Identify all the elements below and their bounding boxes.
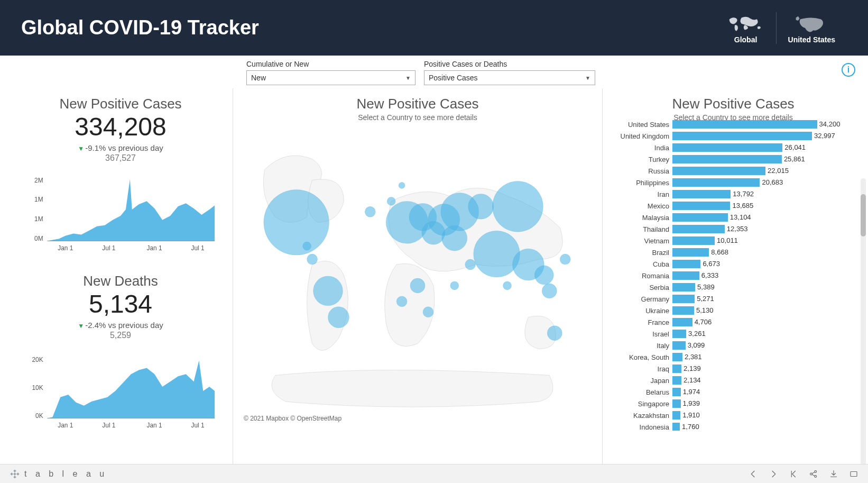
country-bar-row[interactable]: Russia22,015 bbox=[603, 165, 864, 177]
nav-first-icon[interactable] bbox=[789, 469, 798, 479]
deaths-trend-chart[interactable]: 20K 10K 0K Jan 1 Jul 1 Jan 1 Jul 1 bbox=[21, 344, 220, 434]
bar-track: 25,861 bbox=[672, 154, 864, 164]
country-bar-row[interactable]: United States34,200 bbox=[603, 119, 864, 130]
country-label: France bbox=[603, 318, 672, 326]
country-bar-row[interactable]: United Kingdom32,997 bbox=[603, 130, 864, 142]
bar-value: 26,041 bbox=[784, 143, 806, 151]
svg-text:Jan 1: Jan 1 bbox=[146, 422, 162, 429]
country-bar-row[interactable]: Iraq2,139 bbox=[603, 363, 864, 375]
svg-rect-58 bbox=[851, 471, 857, 476]
bar-track: 6,333 bbox=[672, 271, 864, 280]
country-label: United Kingdom bbox=[603, 132, 672, 140]
country-bar-row[interactable]: Singapore1,939 bbox=[603, 398, 864, 409]
bar-fill bbox=[672, 213, 728, 222]
download-icon[interactable] bbox=[829, 469, 838, 479]
svg-point-37 bbox=[303, 242, 311, 250]
bar-fill bbox=[672, 399, 681, 408]
region-global[interactable]: Global bbox=[716, 12, 776, 44]
bar-fill bbox=[672, 236, 715, 245]
country-bar-row[interactable]: Brazil8,668 bbox=[603, 247, 864, 258]
country-bar-row[interactable]: Malaysia13,104 bbox=[603, 212, 864, 223]
country-bar-row[interactable]: India26,041 bbox=[603, 142, 864, 153]
country-label: Israel bbox=[603, 330, 672, 338]
country-bar-row[interactable]: Kazakhstan1,910 bbox=[603, 409, 864, 421]
bars-scrollbar[interactable] bbox=[861, 178, 866, 483]
bar-value: 1,974 bbox=[683, 388, 700, 396]
country-label: Turkey bbox=[603, 156, 672, 163]
country-label: Thailand bbox=[603, 225, 672, 233]
country-bar-row[interactable]: France4,706 bbox=[603, 316, 864, 328]
country-bar-row[interactable]: Iran13,792 bbox=[603, 188, 864, 200]
bar-track: 2,134 bbox=[672, 376, 864, 385]
bar-track: 32,997 bbox=[672, 131, 864, 141]
region-switcher: Global United States bbox=[716, 12, 847, 44]
bar-value: 2,381 bbox=[685, 353, 702, 361]
cases-trend-chart[interactable]: 2M 1M 1M 0M Jan 1 Jul 1 Jan 1 Jul 1 bbox=[21, 167, 220, 257]
country-label: India bbox=[603, 144, 672, 152]
nav-back-icon[interactable] bbox=[749, 469, 758, 479]
svg-point-57 bbox=[815, 475, 817, 477]
bar-value: 12,353 bbox=[727, 225, 748, 233]
bar-fill bbox=[672, 167, 765, 175]
region-us[interactable]: United States bbox=[776, 12, 847, 44]
nav-forward-icon[interactable] bbox=[769, 469, 778, 479]
country-bar-row[interactable]: Romania6,333 bbox=[603, 270, 864, 281]
svg-text:Jan 1: Jan 1 bbox=[58, 244, 73, 252]
bar-value: 3,099 bbox=[688, 341, 705, 349]
country-bar-row[interactable]: Serbia5,389 bbox=[603, 281, 864, 293]
country-bar-row[interactable]: Italy3,099 bbox=[603, 340, 864, 351]
svg-text:Jan 1: Jan 1 bbox=[146, 244, 162, 252]
country-bar-row[interactable]: Germany5,271 bbox=[603, 293, 864, 305]
country-bar-row[interactable]: Thailand12,353 bbox=[603, 223, 864, 235]
svg-point-35 bbox=[423, 307, 433, 317]
bar-track: 13,685 bbox=[672, 201, 864, 211]
info-button[interactable]: i bbox=[842, 63, 855, 77]
tableau-icon bbox=[10, 469, 20, 479]
caret-down-icon: ▼ bbox=[405, 75, 411, 81]
country-bar-list[interactable]: United States34,200United Kingdom32,997I… bbox=[603, 119, 864, 431]
bar-track: 1,910 bbox=[672, 411, 864, 420]
country-label: Vietnam bbox=[603, 237, 672, 245]
scrollbar-thumb[interactable] bbox=[861, 194, 866, 236]
country-bar-row[interactable]: Belarus1,974 bbox=[603, 386, 864, 398]
svg-text:10K: 10K bbox=[32, 384, 43, 391]
bar-fill bbox=[672, 353, 682, 361]
filter-cumulative-new[interactable]: New ▼ bbox=[246, 70, 415, 85]
country-bar-row[interactable]: Turkey25,861 bbox=[603, 153, 864, 165]
bar-fill bbox=[672, 364, 681, 373]
bar-track: 8,668 bbox=[672, 248, 864, 257]
country-label: Philippines bbox=[603, 179, 672, 187]
tableau-logo[interactable]: t a b l e a u bbox=[10, 469, 107, 479]
bar-value: 2,139 bbox=[684, 364, 701, 372]
bar-value: 8,668 bbox=[711, 248, 728, 256]
country-label: Russia bbox=[603, 167, 672, 175]
share-icon[interactable] bbox=[809, 469, 818, 479]
country-bar-row[interactable]: Indonesia1,760 bbox=[603, 421, 864, 431]
country-bar-row[interactable]: Vietnam10,011 bbox=[603, 235, 864, 247]
country-label: Germany bbox=[603, 295, 672, 303]
country-bar-row[interactable]: Korea, South2,381 bbox=[603, 351, 864, 363]
svg-text:Jan 1: Jan 1 bbox=[58, 422, 73, 429]
country-label: Malaysia bbox=[603, 214, 672, 222]
country-bar-row[interactable]: Philippines20,683 bbox=[603, 177, 864, 188]
country-bar-row[interactable]: Israel3,261 bbox=[603, 328, 864, 340]
country-label: Japan bbox=[603, 377, 672, 385]
bar-fill bbox=[672, 295, 695, 303]
fullscreen-icon[interactable] bbox=[849, 469, 858, 479]
svg-text:Jul 1: Jul 1 bbox=[191, 422, 205, 429]
country-bar-row[interactable]: Japan2,134 bbox=[603, 375, 864, 386]
filter1-value: New bbox=[251, 74, 266, 82]
bar-value: 20,683 bbox=[762, 178, 783, 186]
down-triangle-icon: ▼ bbox=[78, 322, 84, 330]
bar-fill bbox=[672, 248, 709, 257]
filter-cases-deaths[interactable]: Positive Cases ▼ bbox=[424, 70, 595, 85]
country-bar-row[interactable]: Cuba6,673 bbox=[603, 258, 864, 270]
svg-point-34 bbox=[396, 296, 407, 307]
country-bar-row[interactable]: Ukraine5,130 bbox=[603, 305, 864, 316]
world-map[interactable]: © 2021 Mapbox © OpenStreetMap bbox=[233, 127, 602, 423]
svg-point-36 bbox=[307, 254, 318, 265]
svg-text:0K: 0K bbox=[35, 412, 43, 420]
bar-value: 5,271 bbox=[697, 295, 714, 303]
country-bar-row[interactable]: Mexico13,685 bbox=[603, 200, 864, 212]
bar-value: 32,997 bbox=[814, 132, 835, 140]
